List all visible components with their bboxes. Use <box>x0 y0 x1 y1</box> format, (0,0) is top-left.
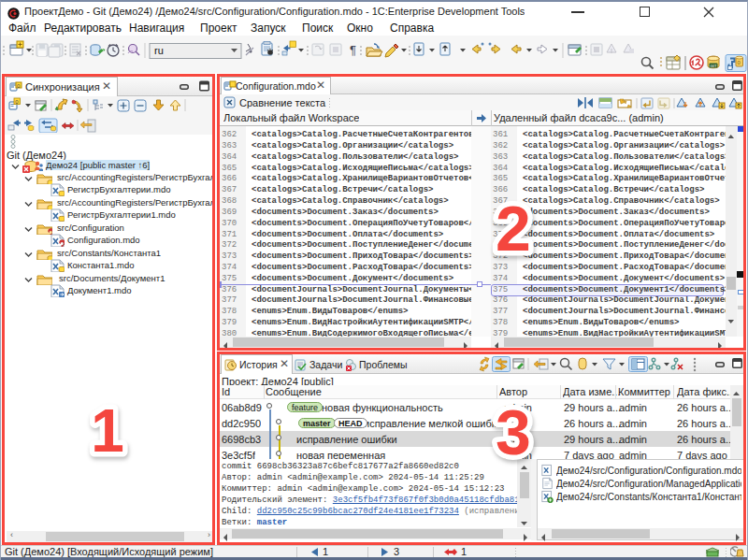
svg-text:GIT: GIT <box>711 64 717 68</box>
svg-text:ru: ru <box>154 45 164 56</box>
svg-text:¶: ¶ <box>350 43 356 57</box>
